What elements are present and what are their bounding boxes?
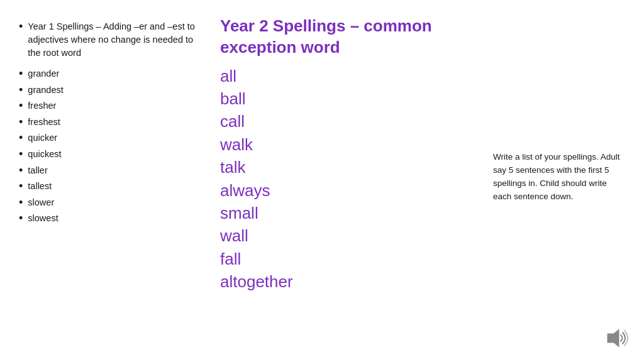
spelling-word: fall [220,248,487,270]
list-item: tallest [19,178,195,195]
words-list: allballcallwalktalkalwayssmallwallfallal… [220,65,487,293]
list-item: slower [19,195,195,211]
spelling-word: altogether [220,270,487,293]
list-item: grander [19,66,195,82]
speaker-icon[interactable] [601,326,631,351]
intro-item: Year 1 Spellings – Adding –er and –est t… [19,19,195,61]
spelling-word: all [220,65,487,87]
right-column: Write a list of your spellings. Adult sa… [487,13,625,349]
list-item: grandest [19,82,195,99]
spelling-word: call [220,110,487,133]
list-item: slowest [19,211,195,227]
middle-column: Year 2 Spellings – common exception word… [195,13,487,349]
year2-title: Year 2 Spellings – common exception word [220,16,487,58]
left-column: Year 1 Spellings – Adding –er and –est t… [19,13,195,349]
svg-marker-0 [608,329,619,347]
spelling-word: always [220,179,487,202]
list-item: quickest [19,146,195,163]
list-item: taller [19,163,195,179]
spelling-list-left: grandergrandestfresherfreshestquickerqui… [19,66,195,227]
instructions-text: Write a list of your spellings. Adult sa… [493,151,625,204]
intro-text: Year 1 Spellings – Adding –er and –est t… [28,20,195,60]
spelling-word: ball [220,87,487,110]
list-item: freshest [19,114,195,131]
spelling-word: walk [220,133,487,156]
spelling-word: wall [220,224,487,247]
spelling-word: small [220,202,487,224]
spelling-word: talk [220,156,487,178]
list-item: fresher [19,98,195,114]
main-container: Year 1 Spellings – Adding –er and –est t… [0,0,644,362]
list-item: quicker [19,130,195,146]
